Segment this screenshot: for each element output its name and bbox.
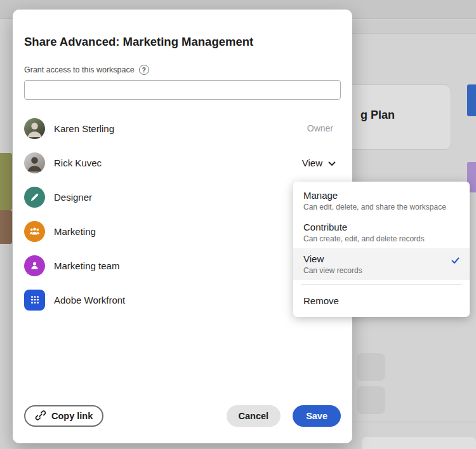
permission-dropdown-trigger[interactable]: View	[302, 157, 336, 168]
background-card-title: g Plan	[360, 109, 395, 122]
user-photo-avatar	[24, 152, 45, 173]
menu-item-label: View	[303, 253, 446, 265]
user-photo-avatar	[24, 118, 45, 139]
menu-item-manage[interactable]: Manage Can edit, delete, and share the w…	[293, 185, 470, 217]
designer-group-icon	[24, 187, 45, 208]
grant-access-input[interactable]	[24, 80, 341, 100]
app-background: g Plan Share Advanced: Marketing Managem…	[0, 0, 476, 449]
member-name: Karen Sterling	[54, 123, 298, 134]
owner-role-label: Owner	[307, 123, 333, 133]
grant-access-label: Grant access to this workspace	[24, 65, 135, 74]
background-tile	[357, 353, 385, 381]
menu-item-contribute[interactable]: Contribute Can create, edit, and delete …	[293, 217, 470, 248]
grant-access-row: Grant access to this workspace ?	[24, 65, 341, 75]
menu-item-description: Can edit, delete, and share the workspac…	[303, 203, 459, 212]
menu-item-label: Remove	[303, 295, 459, 307]
member-name: Rick Kuvec	[54, 157, 293, 168]
marketing-group-icon	[24, 221, 45, 242]
background-divider	[353, 422, 476, 422]
link-icon	[35, 410, 46, 423]
menu-divider	[301, 285, 462, 285]
menu-item-description: Can view records	[303, 266, 446, 276]
copy-link-button[interactable]: Copy link	[24, 405, 103, 427]
background-brown-strip	[0, 210, 12, 244]
selected-permission-label: View	[302, 157, 322, 168]
background-olive-strip	[0, 153, 12, 210]
menu-item-remove[interactable]: Remove	[293, 289, 470, 314]
background-plan-card: g Plan	[343, 84, 451, 150]
cancel-button[interactable]: Cancel	[227, 405, 281, 427]
team-person-icon	[24, 255, 45, 276]
member-row: Karen Sterling Owner	[24, 111, 341, 145]
chevron-down-icon	[328, 157, 336, 168]
background-bottom-card	[362, 437, 476, 449]
member-row: Rick Kuvec View	[24, 145, 341, 180]
background-blue-strip	[467, 84, 476, 116]
dialog-footer: Copy link Cancel Save	[24, 405, 341, 427]
menu-item-description: Can create, edit, and delete records	[303, 234, 459, 244]
permission-dropdown-menu: Manage Can edit, delete, and share the w…	[293, 182, 470, 317]
help-icon[interactable]: ?	[139, 65, 149, 75]
copy-link-label: Copy link	[51, 411, 93, 421]
dialog-title: Share Advanced: Marketing Management	[24, 34, 341, 50]
save-button[interactable]: Save	[293, 405, 341, 427]
background-tile	[357, 386, 385, 414]
adobe-workfront-grid-icon	[24, 290, 45, 311]
menu-item-view[interactable]: View Can view records	[293, 248, 470, 280]
menu-item-label: Contribute	[303, 221, 459, 233]
background-toolbar	[343, 20, 476, 34]
menu-item-label: Manage	[303, 189, 459, 201]
checkmark-icon	[451, 255, 459, 267]
